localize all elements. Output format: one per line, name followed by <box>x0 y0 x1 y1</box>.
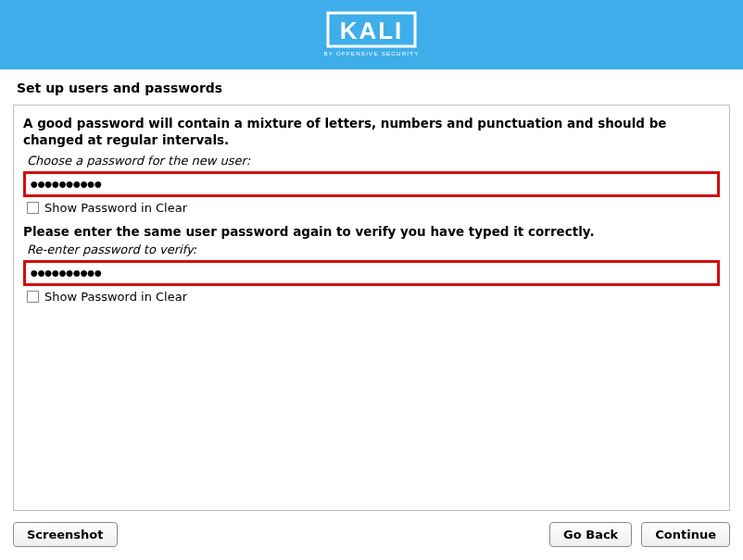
verify-field-highlight <box>23 260 720 286</box>
show-verify-password-label: Show Password in Clear <box>44 290 187 304</box>
intro-text: A good password will contain a mixture o… <box>23 113 720 154</box>
checkbox-icon[interactable] <box>27 291 39 303</box>
verify-heading: Please enter the same user password agai… <box>23 224 720 243</box>
show-password-row[interactable]: Show Password in Clear <box>23 199 720 224</box>
password-field-highlight <box>23 171 720 197</box>
continue-button[interactable]: Continue <box>641 522 730 547</box>
svg-text:BY OFFENSIVE SECURITY: BY OFFENSIVE SECURITY <box>323 50 419 56</box>
footer: Screenshot Go Back Continue <box>0 511 743 560</box>
checkbox-icon[interactable] <box>27 202 39 214</box>
page-title: Set up users and passwords <box>0 69 743 105</box>
screenshot-button[interactable]: Screenshot <box>13 522 118 547</box>
go-back-button[interactable]: Go Back <box>549 522 632 547</box>
show-verify-password-row[interactable]: Show Password in Clear <box>23 288 720 313</box>
svg-text:KALI: KALI <box>340 17 404 44</box>
verify-prompt: Re-enter password to verify: <box>23 243 720 260</box>
verify-password-input[interactable] <box>30 265 713 281</box>
kali-logo: KALI BY OFFENSIVE SECURITY <box>302 9 441 61</box>
show-password-label: Show Password in Clear <box>44 201 187 215</box>
footer-right: Go Back Continue <box>549 522 730 547</box>
banner: KALI BY OFFENSIVE SECURITY <box>0 0 743 69</box>
password-input[interactable] <box>30 176 713 193</box>
password-prompt: Choose a password for the new user: <box>23 154 720 171</box>
content-frame: A good password will contain a mixture o… <box>13 105 730 511</box>
